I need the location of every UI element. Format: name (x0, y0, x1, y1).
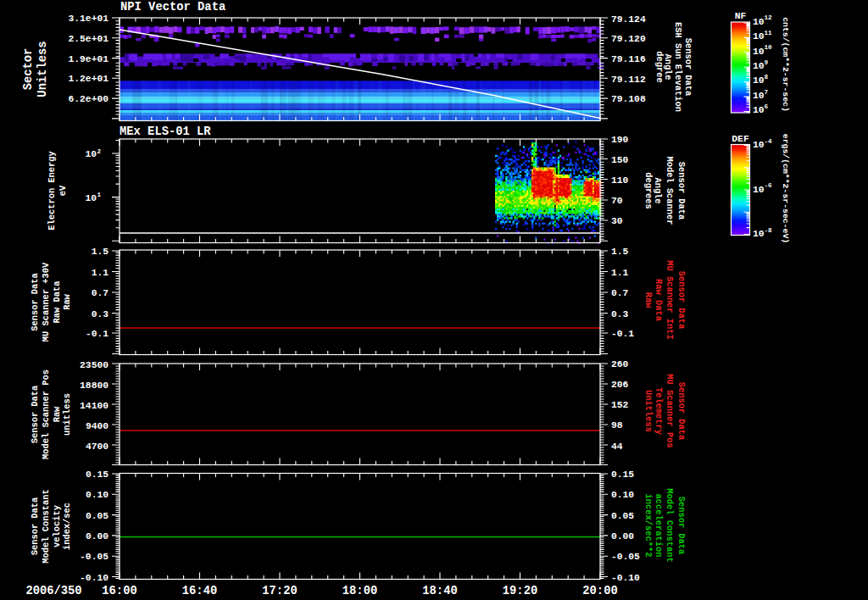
svg-text:-8: -8 (765, 227, 773, 234)
svg-text:Sensor Data: Sensor Data (676, 497, 687, 555)
svg-text:30: 30 (611, 216, 623, 226)
svg-text:150: 150 (611, 155, 629, 165)
svg-text:Model Scanner: Model Scanner (665, 156, 675, 225)
svg-text:Sensor Data: Sensor Data (676, 382, 687, 441)
svg-text:-4: -4 (765, 138, 773, 145)
svg-text:190: 190 (611, 135, 629, 145)
svg-text:18800: 18800 (80, 381, 108, 391)
svg-text:Raw Data: Raw Data (654, 279, 664, 321)
svg-text:12: 12 (765, 14, 773, 21)
svg-text:79.112: 79.112 (611, 75, 646, 85)
svg-text:-0.1: -0.1 (611, 329, 634, 339)
svg-text:Sensor Data: Sensor Data (30, 273, 40, 331)
svg-text:1.5: 1.5 (611, 247, 629, 257)
svg-text:0.7: 0.7 (92, 288, 109, 298)
svg-text:18:00: 18:00 (342, 585, 377, 597)
svg-text:0.05: 0.05 (611, 511, 634, 521)
svg-text:10: 10 (85, 193, 97, 203)
svg-text:10: 10 (753, 105, 765, 115)
svg-text:1.9e+01: 1.9e+01 (69, 54, 109, 64)
svg-text:Model Constant: Model Constant (665, 488, 675, 562)
svg-text:6: 6 (765, 103, 769, 110)
svg-text:degree: degree (654, 51, 665, 82)
svg-text:Sensor Data: Sensor Data (676, 162, 687, 220)
svg-text:velocity: velocity (52, 504, 62, 547)
svg-text:10: 10 (753, 229, 765, 239)
svg-text:Telemetry: Telemetry (654, 387, 664, 436)
svg-text:10: 10 (753, 75, 765, 86)
svg-text:9400: 9400 (86, 421, 108, 431)
svg-text:-0.05: -0.05 (80, 552, 108, 562)
svg-text:6.2e+00: 6.2e+00 (69, 94, 109, 104)
svg-text:0.00: 0.00 (86, 531, 108, 542)
svg-text:1.5: 1.5 (92, 247, 109, 257)
svg-text:0.15: 0.15 (86, 469, 108, 480)
svg-text:110: 110 (611, 175, 629, 186)
svg-text:ergs/(cm**2-sr-sec-eV): ergs/(cm**2-sr-sec-eV) (781, 134, 790, 243)
svg-text:2: 2 (97, 148, 102, 155)
svg-text:260: 260 (611, 359, 629, 369)
svg-text:10: 10 (753, 61, 765, 71)
svg-text:-0.05: -0.05 (611, 552, 640, 562)
svg-text:3.1e+01: 3.1e+01 (69, 14, 109, 24)
svg-text:-0.10: -0.10 (611, 573, 640, 583)
svg-text:-0.1: -0.1 (86, 329, 108, 339)
svg-text:Electron Energy: Electron Energy (47, 150, 57, 230)
svg-text:eV: eV (58, 185, 68, 196)
svg-text:10: 10 (753, 91, 765, 101)
svg-text:10: 10 (753, 17, 765, 27)
svg-text:Sensor Data: Sensor Data (30, 497, 40, 556)
svg-text:Sensor Data: Sensor Data (676, 271, 687, 330)
svg-text:Sector: Sector (22, 48, 35, 91)
svg-text:10: 10 (765, 44, 773, 51)
svg-text:Unitless: Unitless (643, 390, 654, 432)
svg-text:4700: 4700 (86, 442, 108, 452)
svg-text:10: 10 (85, 149, 97, 159)
svg-text:79.116: 79.116 (611, 54, 646, 64)
svg-text:NPI Vector Data: NPI Vector Data (120, 1, 225, 14)
svg-text:MU Scanner IntI: MU Scanner IntI (665, 260, 675, 340)
svg-text:9: 9 (765, 59, 769, 66)
svg-text:18:40: 18:40 (422, 585, 457, 597)
svg-text:152: 152 (611, 400, 629, 410)
svg-text:2.5e+01: 2.5e+01 (69, 34, 109, 44)
svg-text:Raw Data: Raw Data (52, 281, 62, 324)
svg-text:Raw: Raw (52, 406, 62, 422)
svg-text:MEx ELS-01 LR: MEx ELS-01 LR (120, 125, 211, 138)
svg-text:0.10: 0.10 (86, 490, 108, 500)
svg-text:1.2e+01: 1.2e+01 (69, 74, 109, 84)
svg-text:0.05: 0.05 (86, 511, 108, 521)
svg-text:70: 70 (611, 196, 623, 206)
svg-text:Model Constant: Model Constant (41, 489, 51, 563)
svg-text:unitless: unitless (62, 393, 72, 436)
svg-text:NF: NF (735, 11, 747, 21)
svg-text:11: 11 (765, 30, 773, 36)
svg-text:0.15: 0.15 (611, 469, 634, 480)
svg-text:1.1: 1.1 (92, 268, 109, 278)
svg-text:Sensor Data: Sensor Data (683, 38, 693, 97)
svg-text:Raw: Raw (643, 292, 654, 308)
svg-text:0.3: 0.3 (92, 309, 109, 319)
svg-text:2006/350: 2006/350 (25, 585, 81, 597)
svg-text:0.00: 0.00 (611, 531, 634, 542)
svg-text:44: 44 (611, 442, 623, 452)
svg-text:7: 7 (765, 89, 769, 96)
svg-text:79.108: 79.108 (611, 94, 646, 104)
svg-text:cnts/(cm**2-sr-sec): cnts/(cm**2-sr-sec) (781, 17, 790, 112)
svg-text:10: 10 (753, 31, 765, 42)
svg-text:MU Scanner Pos: MU Scanner Pos (665, 374, 675, 447)
svg-text:1: 1 (97, 192, 102, 198)
svg-text:1.1: 1.1 (611, 268, 629, 278)
svg-text:MU Scanner +30V: MU Scanner +30V (41, 262, 51, 342)
svg-text:acceleration: acceleration (654, 494, 664, 558)
svg-text:10: 10 (753, 140, 765, 150)
svg-text:Model Scanner Pos: Model Scanner Pos (41, 369, 51, 459)
svg-text:8: 8 (765, 74, 769, 81)
svg-text:79.124: 79.124 (611, 14, 646, 25)
svg-text:0.7: 0.7 (611, 288, 629, 298)
svg-text:0.3: 0.3 (611, 309, 629, 319)
svg-text:-0.10: -0.10 (80, 573, 108, 583)
svg-text:17:20: 17:20 (262, 585, 297, 597)
svg-text:index/sec: index/sec (62, 503, 72, 550)
svg-text:Unitless: Unitless (36, 41, 49, 97)
